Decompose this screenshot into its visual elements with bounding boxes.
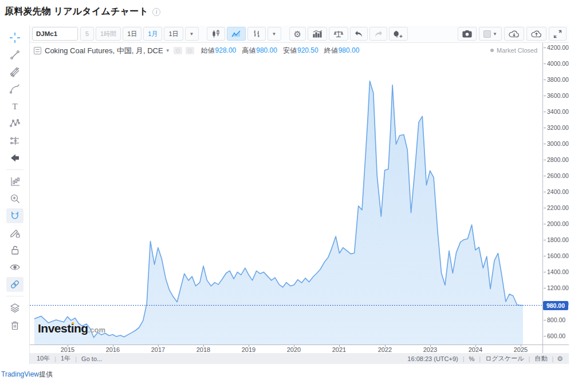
x-axis-tick-label: 2018 xyxy=(194,346,213,353)
bottom-gear-icon[interactable]: ⚙ xyxy=(556,355,564,363)
y-axis-tick-label: 3200.00 xyxy=(547,124,569,131)
range-1y-button[interactable]: 1年 xyxy=(58,354,73,363)
chart-type-dropdown-button[interactable]: ▼ xyxy=(268,27,281,41)
camera-icon[interactable] xyxy=(458,27,477,41)
compare-scales-icon[interactable] xyxy=(329,27,348,41)
candlestick-icon[interactable] xyxy=(207,27,225,41)
time-axis-row: 2015201620172018201920202021202220232024… xyxy=(30,345,569,354)
interval-5min-button[interactable]: 5 xyxy=(80,27,94,41)
x-axis-tick-label: 2023 xyxy=(420,346,440,353)
close-label: 終値 xyxy=(324,46,338,54)
attribution-suffix: 提供 xyxy=(39,370,53,378)
y-axis-tick-label: 3800.00 xyxy=(547,76,569,83)
interval-1month-button[interactable]: 1月 xyxy=(143,27,162,41)
info-icon[interactable]: i xyxy=(152,8,160,16)
y-axis-tick-label: 2800.00 xyxy=(547,156,569,163)
time-axis[interactable]: 2015201620172018201920202021202220232024… xyxy=(30,345,542,354)
toolbar-separator xyxy=(6,169,23,170)
swatch-square xyxy=(483,30,491,38)
attribution: TradingView提供 xyxy=(1,370,586,379)
object-tree-layers-icon[interactable] xyxy=(6,300,23,315)
toolbar-separator xyxy=(6,296,23,296)
chart-bottom-bar: 10年 | 1年 | Go to... 16:08:23 (UTC+9) | %… xyxy=(30,353,569,364)
trend-line-icon[interactable] xyxy=(6,47,23,62)
chevron-down-icon: ▼ xyxy=(493,31,497,37)
x-axis-tick-label: 2020 xyxy=(284,346,304,353)
x-axis-tick-label: 2019 xyxy=(239,346,258,353)
crosshair-icon[interactable] xyxy=(6,30,23,45)
remove-trash-icon[interactable] xyxy=(6,318,23,332)
percent-scale-button[interactable]: % xyxy=(467,355,477,362)
x-axis-tick-label: 2021 xyxy=(329,346,349,353)
hide-drawings-eye-icon[interactable] xyxy=(6,260,23,275)
y-axis-tick-label: 2200.00 xyxy=(547,204,569,211)
alert-bell-icon[interactable] xyxy=(389,27,408,41)
goto-date-button[interactable]: Go to... xyxy=(79,355,104,362)
log-scale-button[interactable]: ログスケール xyxy=(483,354,526,363)
gann-fib-icon[interactable] xyxy=(6,65,23,80)
low-value: 920.50 xyxy=(297,46,318,54)
area-chart-icon[interactable] xyxy=(227,27,246,41)
last-price-label: 980.00 xyxy=(543,301,568,310)
chart-plot-area[interactable]: Coking Coal Futures, 中国, 月, DCE ▼ 始値928.… xyxy=(30,43,542,345)
price-axis[interactable]: 980.00 600.00800.001000.001200.001400.00… xyxy=(542,43,569,345)
market-status-dot-icon xyxy=(490,49,494,52)
x-axis-tick-label: 2016 xyxy=(103,346,123,353)
settings-gear-icon[interactable]: ⚙ xyxy=(289,27,306,41)
hl-bars-icon[interactable] xyxy=(247,27,266,41)
chart-type-buttons: ▼ xyxy=(207,27,281,41)
redo-icon[interactable] xyxy=(369,27,387,41)
open-label: 始値 xyxy=(201,46,215,54)
investing-logo: Investing.com xyxy=(38,322,105,335)
y-axis-tick-label: 1400.00 xyxy=(547,268,569,275)
y-axis-tick-label: 3600.00 xyxy=(547,92,569,99)
cloud-download-icon[interactable] xyxy=(504,27,524,41)
low-label: 安値 xyxy=(283,46,297,54)
forecast-tool-icon[interactable] xyxy=(6,133,23,148)
interval-custom-button[interactable]: 1日 xyxy=(164,27,183,41)
open-value: 928.00 xyxy=(215,46,237,54)
fullscreen-icon[interactable] xyxy=(549,27,567,41)
text-tool-icon[interactable]: T xyxy=(6,99,23,114)
y-axis-tick-label: 3400.00 xyxy=(547,108,569,115)
y-axis-tick-label: 1200.00 xyxy=(547,284,569,291)
interval-dropdown-button[interactable]: ▼ xyxy=(185,27,199,41)
cloud-upload-icon[interactable] xyxy=(526,27,546,41)
chart-row: Coking Coal Futures, 中国, 月, DCE ▼ 始値928.… xyxy=(30,43,569,345)
clock-display[interactable]: 16:08:23 (UTC+9) xyxy=(405,355,460,362)
hide-panel-arrow-icon[interactable] xyxy=(6,151,23,165)
interval-buttons: 5 1時間 1日 1月 1日 ▼ xyxy=(80,27,199,41)
lock-all-icon[interactable] xyxy=(6,243,23,258)
zoom-in-icon[interactable] xyxy=(6,191,23,206)
magnet-icon[interactable] xyxy=(6,208,23,223)
y-axis-tick-label: 2600.00 xyxy=(547,172,569,179)
chevron-down-icon: ▼ xyxy=(190,31,194,37)
series-menu-icon[interactable] xyxy=(34,47,41,54)
measure-bars-icon[interactable] xyxy=(6,174,23,189)
undo-icon[interactable] xyxy=(350,27,368,41)
color-swatch-icon[interactable]: ▼ xyxy=(479,27,502,41)
xabcd-pattern-icon[interactable] xyxy=(6,116,23,131)
series-title[interactable]: Coking Coal Futures, 中国, 月, DCE xyxy=(45,46,163,56)
x-axis-tick-label: 2017 xyxy=(148,346,168,353)
market-status-text: Market Closed xyxy=(497,47,537,54)
indicators-icon[interactable] xyxy=(308,27,327,41)
high-value: 980.00 xyxy=(256,46,277,54)
tradingview-link[interactable]: TradingView xyxy=(1,370,39,378)
y-axis-tick-label: 2000.00 xyxy=(547,220,569,227)
interval-1day-button[interactable]: 1日 xyxy=(123,27,141,41)
range-10y-button[interactable]: 10年 xyxy=(34,354,52,363)
series-eye-icon[interactable] xyxy=(174,47,182,54)
sync-link-icon[interactable] xyxy=(6,277,23,292)
y-axis-tick-label: 4000.00 xyxy=(547,60,569,67)
series-settings-icon[interactable] xyxy=(186,47,194,54)
interval-1hour-button[interactable]: 1時間 xyxy=(96,27,121,41)
chevron-down-icon[interactable]: ▼ xyxy=(166,48,170,53)
drawing-mode-pencil-lock-icon[interactable] xyxy=(6,225,23,240)
y-axis-tick-label: 800.00 xyxy=(547,316,565,323)
x-axis-tick-label: 2025 xyxy=(511,346,530,353)
symbol-input[interactable] xyxy=(32,27,78,41)
brush-icon[interactable] xyxy=(6,82,23,97)
auto-scale-button[interactable]: 自動 xyxy=(532,354,549,363)
page-title: 原料炭先物 リアルタイムチャート xyxy=(5,6,148,18)
